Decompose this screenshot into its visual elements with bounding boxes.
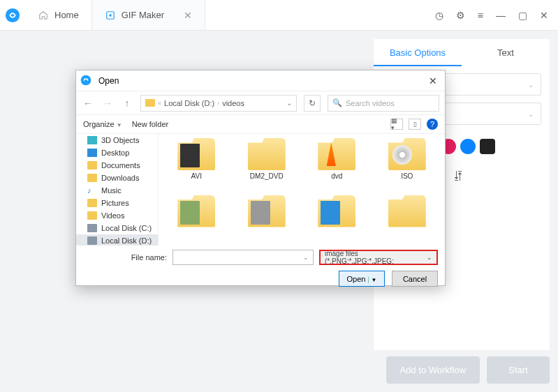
svg-point-3 xyxy=(81,75,91,85)
help-button[interactable]: ? xyxy=(427,119,438,130)
breadcrumb[interactable]: « Local Disk (D:) › videos ⌄ xyxy=(140,95,297,112)
tree-3d-objects[interactable]: 3D Objects xyxy=(76,134,158,146)
nav-back-button[interactable]: ← xyxy=(82,98,94,109)
tab-gifmaker-label: GIF Maker xyxy=(122,10,164,20)
tree-local-d[interactable]: Local Disk (D:) xyxy=(76,234,158,246)
start-button[interactable]: Start xyxy=(487,356,550,384)
folder-item[interactable] xyxy=(304,195,369,242)
folder-item[interactable] xyxy=(164,195,229,242)
swatch-blue[interactable] xyxy=(460,139,476,154)
menu-icon[interactable]: ≡ xyxy=(478,10,483,21)
folder-tree: 3D Objects Desktop Documents Downloads ♪… xyxy=(76,134,159,246)
close-button[interactable]: ✕ xyxy=(540,10,548,21)
tree-music[interactable]: ♪Music xyxy=(76,184,158,197)
filename-input[interactable]: ⌄ xyxy=(172,250,314,265)
add-to-workflow-button[interactable]: Add to Workflow xyxy=(386,356,480,384)
nav-forward-button[interactable]: → xyxy=(101,98,114,109)
file-grid: AVI DM2_DVD dvd ISO xyxy=(159,134,445,246)
tab-basic-options[interactable]: Basic Options xyxy=(374,39,462,66)
history-icon[interactable]: ◷ xyxy=(435,10,443,21)
view-mode-button[interactable]: ▦ ▾ xyxy=(390,119,403,130)
tree-desktop[interactable]: Desktop xyxy=(76,146,158,159)
home-icon xyxy=(38,10,49,21)
open-button[interactable]: Open ▼ xyxy=(339,271,385,287)
maximize-button[interactable]: ▢ xyxy=(518,10,527,21)
search-icon: 🔍 xyxy=(332,98,342,107)
dialog-close-button[interactable]: ✕ xyxy=(425,75,441,86)
folder-dm2-dvd[interactable]: DM2_DVD xyxy=(235,138,300,193)
svg-point-0 xyxy=(6,8,20,22)
filetype-select[interactable]: image files (*.PNG;*.JPG;*.JPEG; ⌄ xyxy=(319,250,438,265)
chevron-down-icon: ⌄ xyxy=(528,81,534,89)
folder-icon xyxy=(145,99,155,107)
preview-pane-button[interactable]: ▯ xyxy=(409,119,421,130)
crumb-dropdown-icon[interactable]: ⌄ xyxy=(286,99,292,107)
chevron-down-icon: ⌄ xyxy=(427,254,432,261)
settings-icon[interactable]: ⚙ xyxy=(456,10,465,21)
tree-videos[interactable]: Videos xyxy=(76,209,158,222)
crumb-1[interactable]: Local Disk (D:) xyxy=(164,99,214,107)
dialog-app-icon xyxy=(80,75,93,87)
swatch-black[interactable] xyxy=(480,139,495,154)
crumb-2[interactable]: videos xyxy=(222,99,244,107)
tab-gifmaker[interactable]: GIF Maker ✕ xyxy=(91,0,205,30)
nav-up-button[interactable]: ↑ xyxy=(121,98,133,109)
svg-point-2 xyxy=(109,14,112,17)
folder-dvd[interactable]: dvd xyxy=(304,138,369,193)
refresh-button[interactable]: ↻ xyxy=(304,95,321,112)
folder-item[interactable] xyxy=(235,195,300,242)
new-folder-button[interactable]: New folder xyxy=(132,120,169,128)
open-file-dialog: Open ✕ ← → ↑ « Local Disk (D:) › videos … xyxy=(75,70,446,286)
crumb-sep-icon: « xyxy=(158,100,161,107)
tab-home-label: Home xyxy=(54,10,79,20)
dialog-title: Open xyxy=(98,76,425,86)
flip-vertical-icon[interactable]: ⭿ xyxy=(453,169,464,183)
tab-home[interactable]: Home xyxy=(25,0,91,30)
search-input[interactable]: 🔍 Search videos xyxy=(328,95,439,112)
app-logo xyxy=(0,0,25,30)
tree-pictures[interactable]: Pictures xyxy=(76,197,158,209)
minimize-button[interactable]: — xyxy=(496,10,506,21)
chevron-down-icon: ⌄ xyxy=(528,110,534,118)
search-placeholder: Search videos xyxy=(346,99,395,107)
tree-local-c[interactable]: Local Disk (C:) xyxy=(76,222,158,234)
tab-text[interactable]: Text xyxy=(462,39,550,66)
filetype-value: image files (*.PNG;*.JPG;*.JPEG; xyxy=(325,250,427,265)
tree-documents[interactable]: Documents xyxy=(76,159,158,172)
folder-iso[interactable]: ISO xyxy=(375,138,440,193)
filename-label: File name: xyxy=(83,253,167,262)
folder-avi[interactable]: AVI xyxy=(164,138,229,193)
cancel-button[interactable]: Cancel xyxy=(392,271,438,287)
folder-item[interactable] xyxy=(375,195,440,242)
crumb-sep-icon: › xyxy=(217,100,219,107)
gif-icon xyxy=(105,10,116,21)
tab-close-icon[interactable]: ✕ xyxy=(184,10,192,21)
tree-downloads[interactable]: Downloads xyxy=(76,172,158,184)
organize-menu[interactable]: Organize ▼ xyxy=(83,120,122,128)
